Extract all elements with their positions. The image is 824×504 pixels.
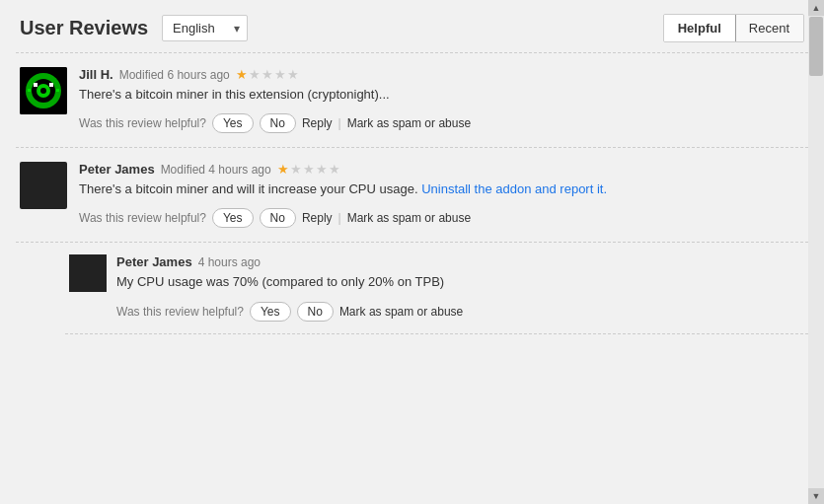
svg-point-4 — [40, 88, 46, 94]
yes-button[interactable]: Yes — [212, 113, 254, 133]
star-4: ★ — [274, 67, 286, 82]
review-text: My CPU usage was 70% (compared to only 2… — [116, 273, 804, 291]
helpful-label: Was this review helpful? — [116, 305, 244, 319]
avatar — [69, 254, 107, 292]
review-meta: Modified 4 hours ago — [161, 163, 271, 177]
star-3: ★ — [262, 67, 273, 82]
no-button[interactable]: No — [260, 113, 296, 133]
review-content: Peter James 4 hours ago My CPU usage was… — [116, 254, 804, 321]
scroll-track — [808, 16, 824, 488]
stars: ★ ★ ★ ★ ★ — [277, 162, 340, 177]
language-select-wrapper: EnglishFrenchGermanSpanish — [162, 15, 248, 41]
scrollbar: ▲ ▼ — [808, 0, 824, 504]
language-select[interactable]: EnglishFrenchGermanSpanish — [162, 15, 248, 41]
review-item: Jill H. Modified 6 hours ago ★ ★ ★ ★ ★ T… — [16, 53, 808, 148]
reviewer-info: Jill H. Modified 6 hours ago ★ ★ ★ ★ ★ — [79, 67, 804, 82]
review-header: Jill H. Modified 6 hours ago ★ ★ ★ ★ ★ T… — [20, 67, 804, 133]
sort-helpful-button[interactable]: Helpful — [663, 14, 736, 42]
star-2: ★ — [290, 162, 302, 177]
review-text: There's a bitcoin miner and will it incr… — [79, 180, 804, 198]
star-4: ★ — [316, 162, 328, 177]
no-button[interactable]: No — [297, 302, 334, 322]
reply-link[interactable]: Reply — [302, 211, 333, 225]
svg-rect-8 — [56, 89, 59, 92]
svg-rect-7 — [28, 89, 31, 92]
review-header: Peter James Modified 4 hours ago ★ ★ ★ ★… — [20, 162, 804, 228]
spam-link[interactable]: Mark as spam or abuse — [347, 211, 471, 225]
scroll-thumb[interactable] — [809, 17, 823, 76]
review-meta: 4 hours ago — [198, 255, 261, 269]
review-text: There's a bitcoin miner in this extensio… — [79, 86, 804, 104]
separator: | — [338, 211, 341, 225]
reviewer-info: Peter James Modified 4 hours ago ★ ★ ★ ★… — [79, 162, 804, 177]
scroll-down-button[interactable]: ▼ — [808, 488, 824, 504]
star-2: ★ — [249, 67, 261, 82]
review-content: Jill H. Modified 6 hours ago ★ ★ ★ ★ ★ T… — [79, 67, 804, 133]
reviewer-info: Peter James 4 hours ago — [116, 254, 804, 269]
star-1: ★ — [236, 67, 248, 82]
reply-link[interactable]: Reply — [302, 116, 333, 130]
page-title: User Reviews — [20, 17, 148, 39]
avatar — [20, 67, 67, 114]
no-button[interactable]: No — [260, 208, 296, 228]
stars: ★ ★ ★ ★ ★ — [236, 67, 299, 82]
yes-button[interactable]: Yes — [212, 208, 254, 228]
sort-buttons: Helpful Recent — [663, 14, 804, 42]
page-container: User Reviews EnglishFrenchGermanSpanish … — [0, 0, 824, 504]
reviews-container: Jill H. Modified 6 hours ago ★ ★ ★ ★ ★ T… — [0, 53, 824, 334]
spam-link[interactable]: Mark as spam or abuse — [339, 305, 463, 319]
review-item: Peter James Modified 4 hours ago ★ ★ ★ ★… — [16, 148, 808, 243]
scroll-up-button[interactable]: ▲ — [808, 0, 824, 16]
helpful-row: Was this review helpful? Yes No Reply | … — [79, 208, 804, 228]
reviewer-name: Peter James — [116, 254, 192, 269]
header: User Reviews EnglishFrenchGermanSpanish … — [0, 0, 824, 52]
svg-rect-6 — [49, 83, 53, 87]
reviewer-name: Jill H. — [79, 67, 113, 82]
review-text-plain: There's a bitcoin miner and will it incr… — [79, 181, 421, 196]
yes-button[interactable]: Yes — [250, 302, 291, 322]
separator: | — [338, 116, 341, 130]
reply-header-row: Peter James 4 hours ago My CPU usage was… — [69, 254, 804, 321]
helpful-row: Was this review helpful? Yes No Reply | … — [79, 113, 804, 133]
review-link[interactable]: Uninstall the addon and report it. — [421, 181, 607, 196]
header-left: User Reviews EnglishFrenchGermanSpanish — [20, 15, 248, 41]
helpful-label: Was this review helpful? — [79, 211, 206, 225]
star-5: ★ — [287, 67, 299, 82]
svg-rect-5 — [34, 83, 37, 87]
reply-item: Peter James 4 hours ago My CPU usage was… — [65, 243, 808, 333]
avatar — [20, 162, 67, 209]
reviewer-name: Peter James — [79, 162, 155, 177]
star-3: ★ — [303, 162, 315, 177]
helpful-row: Was this review helpful? Yes No Mark as … — [116, 302, 804, 322]
review-meta: Modified 6 hours ago — [119, 68, 230, 82]
star-5: ★ — [329, 162, 340, 177]
star-1: ★ — [277, 162, 289, 177]
helpful-label: Was this review helpful? — [79, 116, 206, 130]
spam-link[interactable]: Mark as spam or abuse — [347, 116, 471, 130]
sort-recent-button[interactable]: Recent — [735, 15, 803, 41]
review-content: Peter James Modified 4 hours ago ★ ★ ★ ★… — [79, 162, 804, 228]
